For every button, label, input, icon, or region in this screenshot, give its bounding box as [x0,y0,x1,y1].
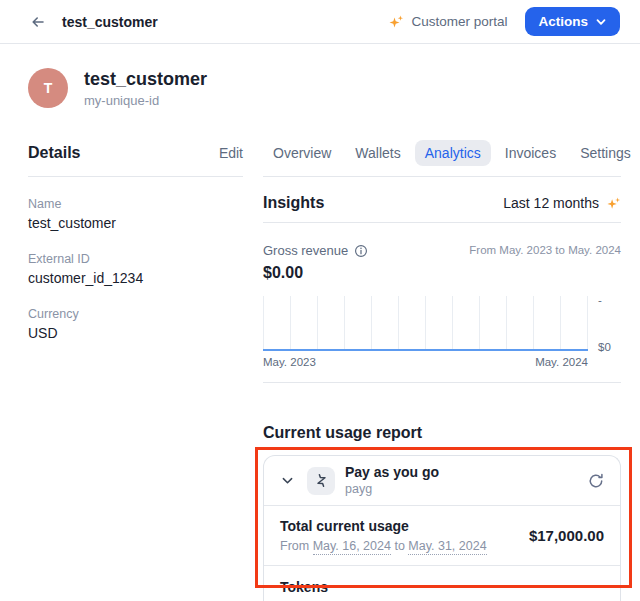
chart-plot-area [263,296,588,351]
tab-bar: Overview Wallets Analytics Invoices Sett… [263,140,621,166]
plan-name: Pay as you go [345,464,439,481]
customer-portal-label: Customer portal [411,14,507,29]
arrow-left-icon [30,14,46,30]
tab-wallets[interactable]: Wallets [345,140,410,166]
usage-report-title: Current usage report [263,423,621,443]
insights-divider [263,222,621,223]
main-content: Details Edit Name test_customer External… [0,108,640,601]
customer-portal-link[interactable]: Customer portal [388,14,507,30]
tab-overview[interactable]: Overview [263,140,341,166]
plan-icon-tile [307,467,335,495]
period-selector[interactable]: Last 12 months [503,195,621,211]
chevron-down-icon [280,473,295,488]
field-currency: Currency USD [28,306,243,342]
tab-analytics[interactable]: Analytics [415,140,491,166]
plan-info: Pay as you go payg [345,464,439,497]
actions-button-label: Actions [538,14,588,29]
period-date-from[interactable]: May. 16, 2024 [313,539,391,555]
period-date-to[interactable]: May. 31, 2024 [408,539,486,555]
chart-zero-line [263,349,588,351]
total-usage-label: Total current usage [280,517,487,535]
sparkles-icon [388,14,404,30]
period-label: Last 12 months [503,195,599,211]
avatar-initial: T [44,80,53,96]
actions-button[interactable]: Actions [525,7,620,36]
sparkles-icon [606,196,621,211]
top-bar-right: Customer portal Actions [388,7,620,36]
details-title: Details [28,144,80,162]
field-name: Name test_customer [28,196,243,232]
chart-y-axis: - $0 [596,294,611,353]
details-divider [28,176,243,177]
collapse-toggle-button[interactable] [278,471,297,490]
edit-button[interactable]: Edit [219,145,243,161]
top-bar-title: test_customer [62,14,158,30]
info-icon[interactable] [354,244,368,258]
tab-invoices[interactable]: Invoices [495,140,566,166]
field-value: test_customer [28,214,243,232]
customer-header: T test_customer my-unique-id [0,44,640,108]
refresh-button[interactable] [586,471,606,491]
chart-plot-wrap: May. 2023 May. 2024 [263,296,588,368]
customer-identity: test_customer my-unique-id [84,68,207,108]
chart-divider [263,382,621,383]
total-usage-period: From May. 16, 2024 to May. 31, 2024 [280,538,487,554]
pulse-icon [314,473,329,488]
x-tick-label: May. 2024 [535,356,588,368]
total-usage-info: Total current usage From May. 16, 2024 t… [280,517,487,554]
field-label: Name [28,196,243,212]
top-bar: test_customer Customer portal Actions [0,0,640,44]
field-value: USD [28,324,243,342]
details-panel: Details Edit Name test_customer External… [28,140,243,342]
chart-x-axis: May. 2023 May. 2024 [263,356,588,368]
avatar: T [28,68,68,108]
field-label: External ID [28,251,243,267]
y-tick-label: $0 [598,341,611,353]
top-bar-left: test_customer [28,12,158,32]
insights-title: Insights [263,194,324,212]
insights-header: Insights Last 12 months [263,194,621,212]
gross-revenue-chart: May. 2023 May. 2024 - $0 [263,296,621,368]
customer-unique-id: my-unique-id [84,93,207,108]
tab-settings[interactable]: Settings [570,140,640,166]
usage-card: Pay as you go payg Total current usage [263,455,621,601]
details-header: Details Edit [28,140,243,166]
gross-revenue-period: From May. 2023 to May. 2024 [469,243,621,256]
usage-item-name: Tokens [280,578,604,596]
period-prefix: From [280,539,313,553]
usage-item-row: Tokens openai_tokens [264,566,620,601]
total-usage-amount: $17,000.00 [529,527,604,544]
field-value: customer_id_1234 [28,269,243,287]
chevron-down-icon [595,16,607,28]
customer-name: test_customer [84,68,207,90]
gross-revenue-label-row: Gross revenue [263,243,368,258]
gross-revenue-header: Gross revenue $0.00 From May. 2023 to Ma… [263,243,621,282]
period-middle: to [391,539,408,553]
field-external-id: External ID customer_id_1234 [28,251,243,287]
x-tick-label: May. 2023 [263,356,316,368]
total-usage-row: Total current usage From May. 16, 2024 t… [264,506,620,566]
back-button[interactable] [28,12,48,32]
usage-plan-row[interactable]: Pay as you go payg [264,456,620,506]
y-tick-label: - [598,294,611,306]
plan-code: payg [345,482,439,497]
gross-revenue-label: Gross revenue [263,243,348,258]
content-panel: Overview Wallets Analytics Invoices Sett… [263,140,621,601]
gross-revenue-left: Gross revenue $0.00 [263,243,368,282]
gross-revenue-value: $0.00 [263,264,368,282]
page: test_customer Customer portal Actions T [0,0,640,601]
refresh-icon [588,473,604,489]
field-label: Currency [28,306,243,322]
tabs-divider [263,176,621,177]
